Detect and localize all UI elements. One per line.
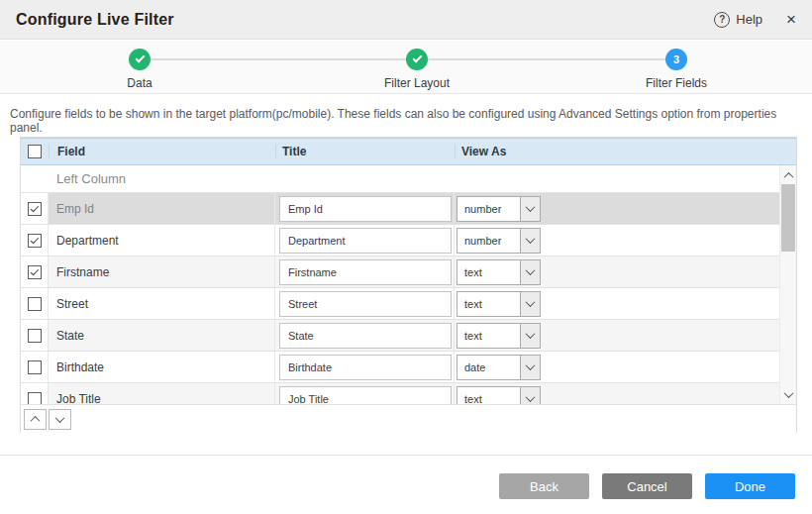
column-header-view-as: View As	[455, 145, 796, 158]
close-icon[interactable]: ×	[786, 11, 796, 28]
reorder-toolbar	[21, 404, 796, 433]
done-button[interactable]: Done	[705, 473, 795, 499]
view-as-value: text	[457, 292, 520, 316]
table-rows: Left Column Emp Id number Department	[21, 165, 781, 404]
title-input[interactable]	[279, 386, 452, 405]
title-input[interactable]	[279, 228, 452, 254]
column-header-title: Title	[275, 145, 455, 158]
group-header-left-column: Left Column	[21, 165, 781, 192]
step-label: Data	[80, 76, 199, 90]
row-checkbox[interactable]	[28, 265, 42, 279]
scroll-up-icon[interactable]	[780, 167, 796, 183]
header-checkbox-cell	[21, 139, 49, 164]
view-as-select[interactable]: number	[457, 196, 541, 222]
help-button[interactable]: ? Help	[714, 12, 762, 28]
view-as-select[interactable]: text	[457, 323, 541, 349]
page-title: Configure Live Filter	[16, 11, 174, 29]
table-row[interactable]: Job Title text	[21, 382, 781, 404]
view-as-value: date	[457, 356, 520, 379]
row-checkbox[interactable]	[28, 392, 42, 405]
move-down-button[interactable]	[49, 409, 71, 430]
table-row[interactable]: Firstname text	[21, 256, 781, 287]
view-as-select[interactable]: date	[457, 355, 541, 380]
field-name: Job Title	[49, 383, 275, 404]
dialog-titlebar: Configure Live Filter ? Help ×	[0, 0, 812, 40]
table-row[interactable]: Street text	[21, 287, 781, 319]
title-input[interactable]	[279, 355, 452, 380]
field-name: Birthdate	[49, 352, 275, 382]
column-header-field: Field	[49, 145, 275, 158]
view-as-value: text	[457, 387, 520, 405]
fields-table: Field Title View As Left Column Emp Id n…	[20, 137, 797, 433]
chevron-down-icon	[520, 324, 540, 348]
back-button[interactable]: Back	[499, 473, 589, 499]
table-row[interactable]: Birthdate date	[21, 351, 781, 382]
row-checkbox[interactable]	[28, 329, 42, 343]
dialog-footer: Back Cancel Done	[0, 456, 812, 514]
select-all-checkbox[interactable]	[28, 145, 42, 158]
help-label: Help	[736, 12, 762, 27]
field-name: Emp Id	[49, 193, 275, 224]
title-input[interactable]	[279, 291, 452, 317]
wizard-stepper: Data Filter Layout 3 Filter Fields	[0, 41, 812, 94]
chevron-down-icon	[520, 387, 540, 405]
step-label: Filter Fields	[617, 76, 736, 90]
field-name: State	[49, 320, 275, 351]
description-text: Configure fields to be shown in the targ…	[10, 107, 802, 135]
step-number-icon: 3	[665, 49, 687, 70]
chevron-down-icon	[520, 229, 540, 253]
chevron-down-icon	[520, 260, 540, 284]
chevron-down-icon	[55, 413, 65, 423]
view-as-select[interactable]: text	[457, 291, 541, 317]
view-as-select[interactable]: number	[457, 228, 541, 254]
field-name: Street	[49, 288, 275, 319]
view-as-select[interactable]: text	[457, 386, 541, 405]
view-as-value: text	[457, 260, 520, 284]
chevron-up-icon	[31, 415, 41, 425]
step-done-icon	[129, 49, 151, 70]
view-as-value: number	[457, 197, 520, 221]
view-as-value: text	[457, 324, 520, 348]
scrollbar-thumb[interactable]	[781, 184, 795, 252]
chevron-down-icon	[520, 292, 540, 316]
cancel-button[interactable]: Cancel	[602, 473, 692, 499]
move-up-button[interactable]	[24, 409, 47, 430]
field-name: Firstname	[49, 257, 275, 287]
table-header-row: Field Title View As	[21, 138, 796, 165]
chevron-down-icon	[520, 197, 540, 221]
vertical-scrollbar[interactable]	[779, 165, 796, 404]
row-checkbox[interactable]	[28, 360, 42, 374]
step-filter-fields[interactable]: 3 Filter Fields	[617, 49, 736, 90]
step-done-icon	[406, 49, 428, 70]
chevron-down-icon	[520, 356, 540, 379]
step-data[interactable]: Data	[80, 49, 199, 90]
title-input[interactable]	[279, 323, 452, 349]
view-as-value: number	[457, 229, 520, 253]
title-input[interactable]	[279, 259, 452, 285]
row-checkbox[interactable]	[28, 234, 42, 248]
table-scroll-viewport: Left Column Emp Id number Department	[21, 165, 796, 404]
step-label: Filter Layout	[357, 76, 476, 90]
scroll-down-icon[interactable]	[780, 386, 796, 402]
step-filter-layout[interactable]: Filter Layout	[357, 49, 476, 90]
table-row[interactable]: Emp Id number	[21, 192, 781, 224]
table-row[interactable]: State text	[21, 319, 781, 351]
table-row[interactable]: Department number	[21, 224, 781, 256]
field-name: Department	[49, 225, 275, 256]
title-input[interactable]	[279, 196, 452, 222]
row-checkbox[interactable]	[28, 202, 42, 216]
view-as-select[interactable]: text	[457, 259, 541, 285]
row-checkbox[interactable]	[28, 297, 42, 311]
help-icon: ?	[714, 12, 730, 28]
